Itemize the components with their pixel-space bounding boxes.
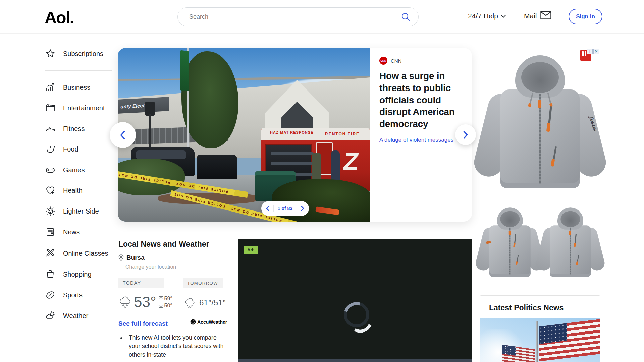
full-forecast-link[interactable]: See full forecast <box>118 320 168 327</box>
sidebar-item-business[interactable]: Business <box>45 81 116 94</box>
story-headline[interactable]: How a surge in threats to public officia… <box>379 70 464 130</box>
top-story-carousel: unty Elections HAZ-MAT RESPONSE RENTON F… <box>118 48 472 222</box>
loading-spinner-icon <box>344 302 369 327</box>
today-high: 59° <box>159 296 172 302</box>
chevron-down-icon <box>501 13 506 19</box>
truck-z-mark: Z <box>341 147 361 176</box>
search-input[interactable] <box>189 8 390 26</box>
sidebar-item-news[interactable]: News <box>45 225 116 239</box>
top-header: Aol. 24/7 Help Mail Sign in <box>0 0 644 34</box>
search-icon[interactable] <box>401 12 410 23</box>
pager-prev-button[interactable] <box>266 206 270 211</box>
mail-link[interactable]: Mail <box>524 11 551 21</box>
story-photo[interactable]: unty Elections HAZ-MAT RESPONSE RENTON F… <box>118 48 370 222</box>
local-headline-list: This new AI tool lets you compare your s… <box>120 334 225 359</box>
story-sublink[interactable]: A deluge of violent messages <box>379 137 453 143</box>
search-bar[interactable] <box>177 7 419 26</box>
ad-label-badge: Ad: <box>244 246 258 254</box>
truck-renton-label: RENTON FIRE <box>325 132 360 136</box>
local-section-heading: Local News and Weather <box>118 240 209 249</box>
pager-next-button[interactable] <box>301 206 305 211</box>
sidebar-item-shopping[interactable]: Shopping <box>45 267 116 281</box>
us-flag-icon <box>539 318 600 362</box>
video-ad-player[interactable]: Ad: <box>238 239 472 362</box>
clapperboard-icon <box>45 103 55 113</box>
sidebar-item-label: Online Classes <box>63 250 108 257</box>
photo-pickup <box>197 155 237 179</box>
location-name[interactable]: Bursa <box>126 254 145 261</box>
sidebar-item-food[interactable]: Food <box>45 142 116 156</box>
location-row: Bursa <box>118 254 145 261</box>
location-pin-icon <box>118 254 124 261</box>
sneaker-icon <box>45 124 55 134</box>
ad-progress-bar <box>238 359 472 362</box>
sidebar-item-label: News <box>63 228 80 236</box>
sidebar-item-label: Food <box>63 145 78 153</box>
sidebar-item-label: Entertainment <box>63 104 105 112</box>
mail-label: Mail <box>524 12 537 20</box>
rain-cloud-icon <box>118 295 132 309</box>
sidebar-item-entertainment[interactable]: Entertainment <box>45 101 116 115</box>
today-temperature: 53° <box>134 294 156 310</box>
source-name: CNN <box>391 58 402 64</box>
sidebar-item-fitness[interactable]: Fitness <box>45 122 116 135</box>
shopping-bag-icon <box>45 269 55 279</box>
display-ad-hoodies[interactable]: i ✕ Jesus <box>480 48 600 285</box>
sidebar-item-label: Fitness <box>63 125 85 133</box>
sidebar-item-label: Weather <box>63 312 88 320</box>
sidebar-item-weather[interactable]: Weather <box>45 309 116 322</box>
truck-hazmat-label: HAZ-MAT RESPONSE <box>270 130 313 135</box>
smiling-sun-icon <box>45 206 55 216</box>
politics-flag-image[interactable] <box>480 318 600 362</box>
change-location-link[interactable]: Change your location <box>125 264 176 270</box>
us-flag-small <box>502 345 535 362</box>
photo-building-sign: unty Elections <box>118 97 169 114</box>
pager-status: 1 of 83 <box>278 206 292 211</box>
aol-homepage: Aol. 24/7 Help Mail Sign in Subscription… <box>0 0 644 362</box>
ad-close-icon[interactable]: ✕ <box>593 49 599 54</box>
help-label: 24/7 Help <box>468 12 498 20</box>
tomorrow-chip: TOMORROW <box>183 278 223 288</box>
local-headline-item[interactable]: This new AI tool lets you compare your s… <box>126 334 225 359</box>
hoodie-product-image <box>541 205 600 283</box>
sidebar-item-health[interactable]: Health <box>45 184 116 197</box>
cnn-logo-icon: CNN <box>379 57 387 65</box>
sidebar-item-label: Health <box>63 187 83 194</box>
chart-icon <box>45 82 55 93</box>
today-low: 50° <box>159 303 172 309</box>
sun-cloud-icon <box>45 311 55 321</box>
ad-controls: i ✕ <box>587 49 599 54</box>
today-weather: 53° 59° 50° <box>118 294 172 310</box>
crossed-pencils-icon <box>45 248 55 258</box>
sidebar-item-lighter-side[interactable]: Lighter Side <box>45 204 116 218</box>
story-source: CNN CNN <box>379 57 463 65</box>
carousel-prev-button[interactable] <box>110 122 136 148</box>
help-menu[interactable]: 24/7 Help <box>468 12 506 20</box>
aol-logo[interactable]: Aol. <box>45 8 73 27</box>
story-text-panel: CNN CNN How a surge in threats to public… <box>370 48 472 222</box>
tomorrow-weather: 61°/51° <box>184 297 226 308</box>
sidebar-item-label: Business <box>63 84 90 92</box>
sidebar-item-sports[interactable]: Sports <box>45 288 116 302</box>
sidebar-item-online-classes[interactable]: Online Classes <box>45 247 116 260</box>
star-icon <box>45 49 55 59</box>
latest-politics-card: Latest Politics News <box>480 295 600 362</box>
sidebar-item-games[interactable]: Games <box>45 163 116 177</box>
mail-envelope-icon <box>540 11 551 21</box>
gamepad-icon <box>45 165 55 175</box>
arrow-up-icon <box>159 296 163 301</box>
sign-in-button[interactable]: Sign in <box>569 9 602 24</box>
sidebar-item-label: Sports <box>63 291 83 299</box>
sidebar-item-label: Shopping <box>63 270 92 278</box>
rain-cloud-icon <box>184 297 196 308</box>
sidebar-item-subscriptions[interactable]: Subscriptions <box>45 47 116 60</box>
newspaper-icon <box>45 227 55 237</box>
adchoices-info-icon[interactable]: i <box>587 49 593 54</box>
photo-bystander <box>331 150 340 184</box>
chevron-left-icon <box>266 206 270 211</box>
arrow-down-icon <box>159 303 163 308</box>
carousel-pager: 1 of 83 <box>261 201 309 216</box>
chevron-right-icon <box>301 206 305 211</box>
heart-plus-icon <box>45 185 55 195</box>
sidebar-item-label: Lighter Side <box>63 207 99 215</box>
